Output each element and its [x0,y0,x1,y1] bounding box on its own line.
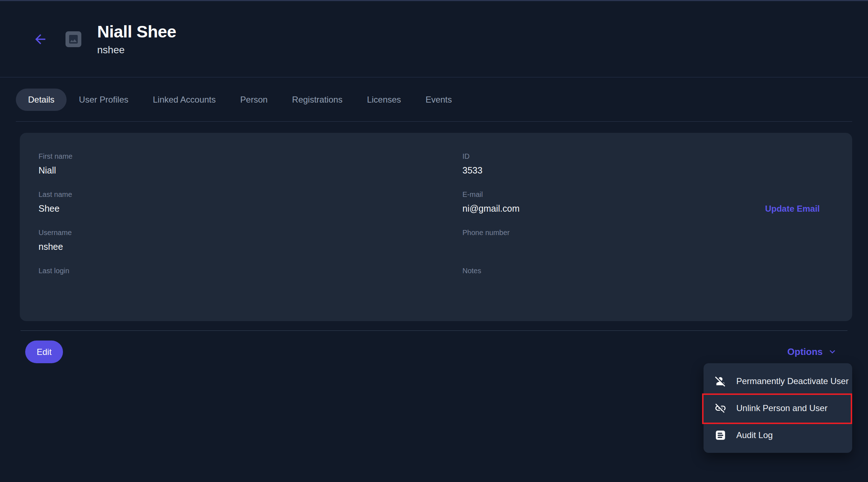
tab-linked-accounts[interactable]: Linked Accounts [141,89,228,111]
options-menu: Permanently Deactivate User Unlink Perso… [704,363,852,453]
field-phone-number: Phone number [462,229,820,253]
details-card: First name Niall Last name Shee Username… [20,133,852,321]
field-last-name: Last name Shee [39,190,462,215]
edit-button[interactable]: Edit [25,341,63,363]
field-value: nshee [39,242,462,253]
field-email: E-mail ni@gmail.com Update Email [462,190,820,215]
link-off-icon [714,402,727,414]
field-label: ID [462,152,820,161]
details-right-column: ID 3533 E-mail ni@gmail.com Update Email… [462,152,820,321]
tab-person[interactable]: Person [228,89,280,111]
field-label: E-mail [462,190,520,199]
field-label: Last name [39,190,462,199]
tab-bar: Details User Profiles Linked Accounts Pe… [0,78,868,122]
field-username: Username nshee [39,229,462,253]
field-value [462,242,820,253]
field-value: Niall [39,165,462,176]
user-detail-page: Niall Shee nshee Details User Profiles L… [0,0,868,482]
audit-log-icon [714,429,727,441]
field-label: First name [39,152,462,161]
menu-item-permanently-deactivate-user[interactable]: Permanently Deactivate User [704,368,852,395]
email-field-text: E-mail ni@gmail.com [462,190,520,215]
field-id: ID 3533 [462,152,820,176]
section-divider [21,330,847,331]
tab-events[interactable]: Events [413,89,464,111]
avatar [65,31,81,47]
field-label: Notes [462,267,820,275]
page-title: Niall Shee [97,22,176,41]
tab-details[interactable]: Details [16,89,67,111]
field-last-login: Last login [39,267,462,291]
field-label: Last login [39,267,462,275]
field-label: Username [39,229,462,237]
chevron-down-icon [827,346,838,357]
field-value [462,280,820,291]
person-off-icon [714,375,727,387]
image-icon [68,33,79,45]
menu-item-label: Audit Log [736,430,773,440]
options-dropdown-trigger[interactable]: Options [787,343,838,361]
field-value: Shee [39,203,462,215]
title-block: Niall Shee nshee [97,22,176,56]
page-header: Niall Shee nshee [0,1,868,77]
menu-item-unlink-person-and-user[interactable]: Unlink Person and User [704,395,852,422]
tab-user-profiles[interactable]: User Profiles [67,89,140,111]
field-notes: Notes [462,267,820,291]
tab-registrations[interactable]: Registrations [280,89,355,111]
menu-item-label: Permanently Deactivate User [736,376,849,386]
field-value: 3533 [462,165,820,176]
tab-licenses[interactable]: Licenses [355,89,413,111]
arrow-left-icon [33,32,48,47]
options-label: Options [787,346,823,357]
field-value: ni@gmail.com [462,203,520,215]
back-button[interactable] [32,31,49,48]
update-email-link[interactable]: Update Email [765,204,820,214]
page-subtitle: nshee [97,44,176,56]
field-first-name: First name Niall [39,152,462,176]
menu-item-label: Unlink Person and User [736,403,827,413]
field-label: Phone number [462,229,820,237]
menu-item-audit-log[interactable]: Audit Log [704,422,852,449]
details-left-column: First name Niall Last name Shee Username… [39,152,462,321]
field-value [39,280,462,291]
